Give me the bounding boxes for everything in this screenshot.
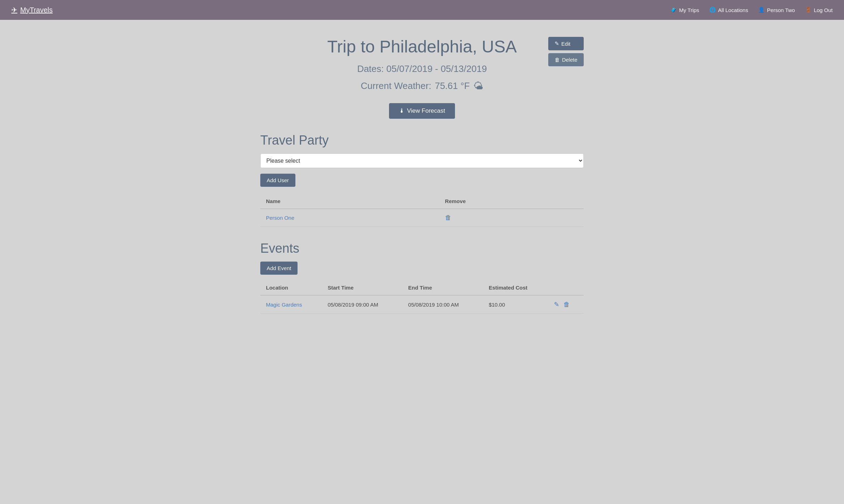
edit-button[interactable]: ✎ Edit — [548, 37, 584, 50]
dates-value: 05/07/2019 - 05/13/2019 — [387, 63, 487, 74]
party-table-header-row: Name Remove — [260, 194, 584, 209]
logout-icon: 🚪 — [805, 7, 812, 13]
user-select[interactable]: Please select — [260, 153, 584, 168]
user-select-row: Please select — [260, 153, 584, 168]
dates-label: Dates: — [357, 63, 384, 74]
page-title: Trip to Philadelphia, USA — [260, 37, 584, 56]
forecast-button[interactable]: 🌡 View Forecast — [389, 103, 455, 119]
main-content: Trip to Philadelphia, USA Dates: 05/07/2… — [252, 20, 592, 345]
edit-label: Edit — [561, 41, 571, 47]
col-name: Name — [260, 194, 439, 209]
brand-link[interactable]: ✈ MyTravels — [11, 6, 52, 14]
travel-party-title: Travel Party — [260, 133, 584, 148]
trip-dates: Dates: 05/07/2019 - 05/13/2019 — [260, 63, 584, 74]
forecast-label: View Forecast — [407, 107, 445, 114]
events-table: Location Start Time End Time Estimated C… — [260, 280, 584, 314]
navbar-nav: 🧳 My Trips 🌐 All Locations 👤 Person Two … — [670, 7, 833, 13]
party-name-link[interactable]: Person One — [266, 215, 294, 221]
table-row: Person One 🗑 — [260, 209, 584, 227]
weather-label: Current Weather: — [361, 80, 431, 91]
travel-party-section: Travel Party Please select Add User Name… — [260, 133, 584, 227]
my-trips-link[interactable]: 🧳 My Trips — [670, 7, 699, 13]
event-end-time-cell: 05/08/2019 10:00 AM — [402, 295, 483, 314]
events-section: Events Add Event Location Start Time End… — [260, 241, 584, 314]
plane-icon: ✈ — [11, 6, 17, 14]
add-user-label: Add User — [267, 177, 289, 183]
event-cost-cell: $10.00 — [483, 295, 548, 314]
event-location-cell: Magic Gardens — [260, 295, 322, 314]
user-link[interactable]: 👤 Person Two — [758, 7, 795, 13]
event-action-buttons: ✎ 🗑 — [554, 301, 578, 308]
events-table-body: Magic Gardens 05/08/2019 09:00 AM 05/08/… — [260, 295, 584, 314]
user-name: Person Two — [767, 7, 795, 13]
event-actions-cell: ✎ 🗑 — [548, 295, 584, 314]
header-actions: ✎ Edit 🗑 Delete — [548, 37, 584, 66]
events-title: Events — [260, 241, 584, 256]
table-row: Magic Gardens 05/08/2019 09:00 AM 05/08/… — [260, 295, 584, 314]
logout-label: Log Out — [814, 7, 833, 13]
thermometer-icon: 🌡 — [399, 107, 405, 114]
event-start-time-cell: 05/08/2019 09:00 AM — [322, 295, 402, 314]
globe-icon: 🌐 — [709, 7, 716, 13]
col-end-time: End Time — [402, 280, 483, 295]
event-location-link[interactable]: Magic Gardens — [266, 302, 302, 308]
party-remove-cell: 🗑 — [439, 209, 584, 227]
delete-event-icon[interactable]: 🗑 — [563, 301, 570, 308]
add-event-label: Add Event — [267, 265, 291, 271]
events-table-header-row: Location Start Time End Time Estimated C… — [260, 280, 584, 295]
col-remove: Remove — [439, 194, 584, 209]
remove-party-icon[interactable]: 🗑 — [445, 214, 451, 221]
col-location: Location — [260, 280, 322, 295]
user-icon: 👤 — [758, 7, 765, 13]
trip-weather: Current Weather: 75.61 °F 🌤 — [260, 80, 584, 92]
edit-icon: ✎ — [555, 40, 559, 47]
col-start-time: Start Time — [322, 280, 402, 295]
all-locations-link[interactable]: 🌐 All Locations — [709, 7, 748, 13]
col-estimated-cost: Estimated Cost — [483, 280, 548, 295]
events-table-head: Location Start Time End Time Estimated C… — [260, 280, 584, 295]
add-user-button[interactable]: Add User — [260, 174, 295, 187]
brand-name: MyTravels — [20, 6, 52, 14]
page-header: Trip to Philadelphia, USA Dates: 05/07/2… — [260, 37, 584, 92]
forecast-section: 🌡 View Forecast — [260, 103, 584, 119]
col-actions — [548, 280, 584, 295]
delete-button[interactable]: 🗑 Delete — [548, 53, 584, 66]
party-table: Name Remove Person One 🗑 — [260, 194, 584, 227]
all-locations-label: All Locations — [718, 7, 748, 13]
weather-icon: 🌤 — [473, 80, 483, 92]
trash-icon: 🗑 — [555, 57, 560, 63]
party-name-cell: Person One — [260, 209, 439, 227]
party-table-head: Name Remove — [260, 194, 584, 209]
my-trips-label: My Trips — [679, 7, 699, 13]
party-table-body: Person One 🗑 — [260, 209, 584, 227]
add-event-button[interactable]: Add Event — [260, 262, 298, 275]
weather-value: 75.61 °F — [435, 80, 470, 91]
navbar: ✈ MyTravels 🧳 My Trips 🌐 All Locations 👤… — [0, 0, 844, 20]
briefcase-icon: 🧳 — [670, 7, 677, 13]
edit-event-icon[interactable]: ✎ — [554, 301, 559, 308]
logout-link[interactable]: 🚪 Log Out — [805, 7, 833, 13]
delete-label: Delete — [562, 57, 577, 63]
